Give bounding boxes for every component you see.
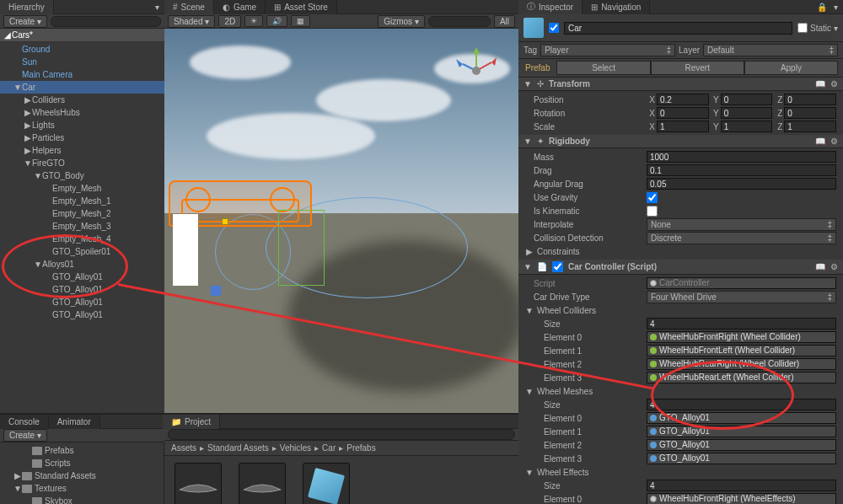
script-field[interactable]: CarController — [647, 277, 836, 289]
component-menu-icon[interactable]: ⚙ — [830, 262, 838, 271]
component-help-icon[interactable]: 📖 — [815, 262, 825, 271]
drive-type-dropdown[interactable]: Four Wheel Drive‡ — [647, 291, 836, 303]
wheel-colliders-size[interactable]: 4 — [647, 318, 836, 330]
foldout-icon[interactable]: ▼ — [24, 158, 32, 168]
position-x-input[interactable]: 0.2 — [657, 94, 709, 105]
gizmos-dropdown[interactable]: Gizmos▾ — [378, 15, 425, 28]
collision-detection-dropdown[interactable]: Discrete‡ — [647, 232, 836, 244]
project-folder-item[interactable]: ▼Textures — [0, 482, 164, 495]
tag-dropdown[interactable]: Player‡ — [540, 44, 675, 56]
gameobject-name-input[interactable]: Car — [564, 22, 792, 35]
breadcrumb-item[interactable]: Prefabs — [346, 443, 375, 453]
layer-dropdown[interactable]: Default‡ — [703, 44, 838, 56]
asset-item[interactable]: CarWaypo — [235, 463, 289, 504]
hierarchy-item[interactable]: ▼FireGTO — [0, 157, 164, 169]
prefab-apply-button[interactable]: Apply — [744, 61, 838, 75]
hierarchy-item[interactable]: ▼Alloys01 — [0, 258, 164, 271]
breadcrumb-item[interactable]: Car — [322, 443, 336, 453]
car-controller-component-header[interactable]: ▼ 📄 Car Controller (Script) 📖 ⚙ — [518, 260, 843, 275]
panel-menu-icon[interactable]: ▾ — [830, 1, 841, 13]
hierarchy-item[interactable]: ▶WheelsHubs — [0, 106, 164, 119]
chevron-down-icon[interactable]: ▼ — [524, 137, 532, 146]
lock-icon[interactable]: 🔒 — [816, 1, 828, 13]
tab-console[interactable]: Console — [0, 415, 49, 429]
project-folder-item[interactable]: Prefabs — [0, 444, 164, 457]
mode-2d-toggle[interactable]: 2D — [218, 15, 241, 28]
static-checkbox[interactable] — [797, 23, 808, 33]
mass-input[interactable]: 1000 — [647, 151, 836, 163]
chevron-down-icon[interactable]: ▼ — [525, 387, 534, 396]
chevron-down-icon[interactable]: ▼ — [524, 262, 532, 271]
component-enabled-checkbox[interactable] — [552, 261, 563, 272]
position-y-input[interactable]: 0 — [721, 94, 773, 105]
prefab-revert-button[interactable]: Revert — [651, 61, 744, 75]
transform-handle[interactable] — [222, 218, 228, 225]
static-dropdown[interactable]: ▾ — [834, 24, 838, 33]
interpolate-dropdown[interactable]: None‡ — [647, 218, 836, 231]
tab-hierarchy[interactable]: Hierarchy — [0, 0, 54, 14]
hierarchy-item[interactable]: GTO_Alloy01 — [0, 296, 164, 308]
asset-item[interactable]: SkidTrail — [299, 463, 353, 504]
hierarchy-item[interactable]: Ground — [0, 43, 164, 56]
hierarchy-item[interactable]: Empty_Mesh_4 — [0, 233, 164, 245]
scale-x-input[interactable]: 1 — [657, 121, 709, 132]
object-reference-field[interactable]: GTO_Alloy01 — [647, 426, 836, 437]
object-reference-field[interactable]: GTO_Alloy01 — [647, 453, 836, 464]
hierarchy-item[interactable]: Main Camera — [0, 68, 164, 81]
transform-component-header[interactable]: ▼ ✢ Transform 📖 ⚙ — [518, 78, 843, 91]
tab-inspector[interactable]: ⓘInspector — [518, 0, 583, 14]
hierarchy-item[interactable]: Empty_Mesh_2 — [0, 207, 164, 220]
foldout-icon[interactable]: ▶ — [24, 95, 32, 105]
hierarchy-item[interactable]: Sun — [0, 56, 164, 68]
scale-z-input[interactable]: 1 — [784, 121, 836, 132]
object-reference-field[interactable]: WheelHubFrontLeft (Wheel Collider) — [647, 345, 836, 357]
component-help-icon[interactable]: 📖 — [815, 137, 825, 146]
hierarchy-search-input[interactable] — [51, 16, 161, 27]
tab-project[interactable]: 📁Project — [163, 415, 220, 429]
rotation-z-input[interactable]: 0 — [784, 107, 836, 119]
rotation-y-input[interactable]: 0 — [721, 107, 773, 119]
foldout-icon[interactable]: ▼ — [34, 260, 42, 269]
project-search[interactable] — [168, 429, 515, 440]
breadcrumb-item[interactable]: Standard Assets — [207, 443, 269, 453]
audio-toggle[interactable]: 🔊 — [266, 15, 287, 27]
object-reference-field[interactable]: WheelHubRearRight (Wheel Collider) — [647, 358, 836, 370]
hierarchy-item[interactable]: GTO_Alloy01 — [0, 308, 164, 321]
hierarchy-create-button[interactable]: Create▾ — [3, 15, 47, 28]
drag-input[interactable]: 0.1 — [647, 164, 836, 176]
project-breadcrumb[interactable]: Assets▸Standard Assets▸Vehicles▸Car▸Pref… — [164, 441, 518, 456]
hierarchy-item[interactable]: ▼GTO_Body — [0, 169, 164, 182]
is-kinematic-checkbox[interactable] — [647, 206, 658, 217]
angular-drag-input[interactable]: 0.05 — [647, 178, 836, 190]
tab-asset-store[interactable]: ⊞Asset Store — [266, 0, 337, 14]
foldout-icon[interactable]: ▼ — [34, 171, 42, 180]
hierarchy-item[interactable]: ▶Helpers — [0, 144, 164, 157]
wheel-effects-size[interactable]: 4 — [647, 480, 836, 491]
use-gravity-checkbox[interactable] — [647, 192, 658, 203]
hierarchy-item[interactable]: ▶Particles — [0, 131, 164, 144]
project-folder-item[interactable]: Skybox — [0, 495, 164, 504]
collider-gizmo[interactable] — [278, 210, 325, 286]
foldout-icon[interactable]: ▶ — [24, 133, 32, 142]
component-menu-icon[interactable]: ⚙ — [830, 79, 838, 88]
component-menu-icon[interactable]: ⚙ — [830, 137, 838, 146]
object-reference-field[interactable]: GTO_Alloy01 — [647, 412, 836, 424]
hierarchy-item[interactable]: Empty_Mesh — [0, 182, 164, 195]
chevron-down-icon[interactable]: ▼ — [524, 79, 532, 88]
hierarchy-item[interactable]: ▼Car — [0, 81, 164, 94]
gameobject-icon[interactable] — [524, 18, 544, 38]
tab-animator[interactable]: Animator — [49, 415, 100, 429]
collider-gizmo[interactable] — [173, 214, 198, 286]
scene-header[interactable]: ◢ Cars* — [0, 29, 164, 42]
chevron-down-icon[interactable]: ◢ — [3, 30, 12, 40]
wheel-meshes-size[interactable]: 4 — [647, 399, 836, 410]
hierarchy-item[interactable]: GTO_Alloy01 — [0, 271, 164, 283]
foldout-icon[interactable]: ▼ — [13, 83, 22, 92]
object-reference-field[interactable]: WheelHubRearLeft (Wheel Collider) — [647, 372, 836, 383]
hierarchy-item[interactable]: ▶Colliders — [0, 94, 164, 106]
object-reference-field[interactable]: WheelHubFrontRight (Wheel Collider) — [647, 331, 836, 343]
fx-toggle[interactable]: ▦ — [291, 15, 310, 27]
position-z-input[interactable]: 0 — [784, 94, 836, 105]
project-create-button[interactable]: Create▾ — [3, 429, 47, 442]
panel-menu-icon[interactable]: ▾ — [151, 1, 163, 13]
